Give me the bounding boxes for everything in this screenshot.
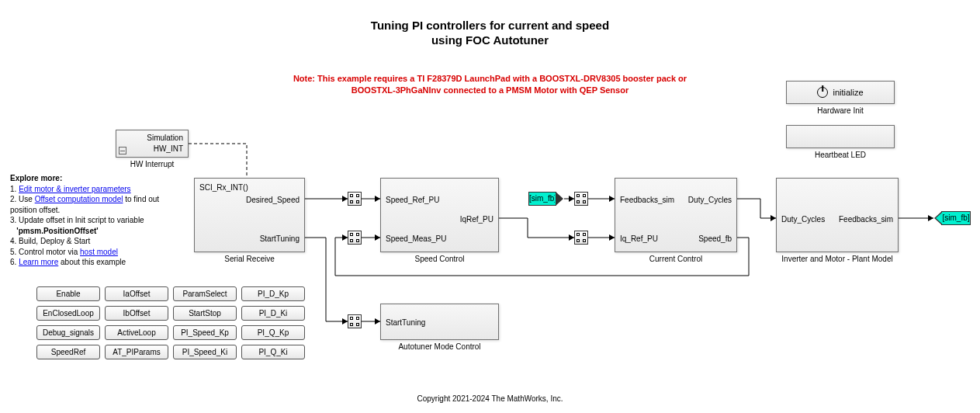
dsm-pi-d-kp[interactable]: PI_D_Kp [241,286,305,301]
arrowhead [770,215,776,221]
dsm-activeloop[interactable]: ActiveLoop [105,325,168,340]
dsm-iboffset[interactable]: IbOffset [105,306,168,321]
dsm-debug-signals[interactable]: Debug_signals [36,325,100,340]
dsm-pi-d-ki[interactable]: PI_D_Ki [241,306,305,321]
dsm-pi-q-ki[interactable]: PI_Q_Ki [241,345,305,359]
arrowhead [569,234,574,241]
arrowhead [342,318,348,324]
dsm-paramselect[interactable]: ParamSelect [173,286,237,301]
dsm-iaoffset[interactable]: IaOffset [105,286,168,301]
dsm-pi-speed-kp[interactable]: PI_Speed_Kp [173,325,237,340]
arrowhead [342,234,348,241]
simulink-canvas: Tuning PI controllers for current and sp… [0,0,980,413]
dsm-speedref[interactable]: SpeedRef [36,345,100,359]
arrowhead [609,234,615,241]
dsm-pi-q-kp[interactable]: PI_Q_Kp [241,325,305,340]
arrowhead [569,196,574,202]
dsm-startstop[interactable]: StartStop [173,306,237,321]
dsm-enable[interactable]: Enable [36,286,100,301]
dsm-pi-speed-ki[interactable]: PI_Speed_Ki [173,345,237,359]
arrowhead [928,215,933,221]
dsm-at-piparams[interactable]: AT_PIParams [105,345,168,359]
arrowhead [609,196,615,202]
arrowhead [375,318,380,324]
copyright-footer: Copyright 2021-2024 The MathWorks, Inc. [0,394,980,403]
arrowhead [375,234,380,241]
arrowhead [342,196,348,202]
arrowhead [375,196,380,202]
dsm-enclosedloop[interactable]: EnClosedLoop [36,306,100,321]
